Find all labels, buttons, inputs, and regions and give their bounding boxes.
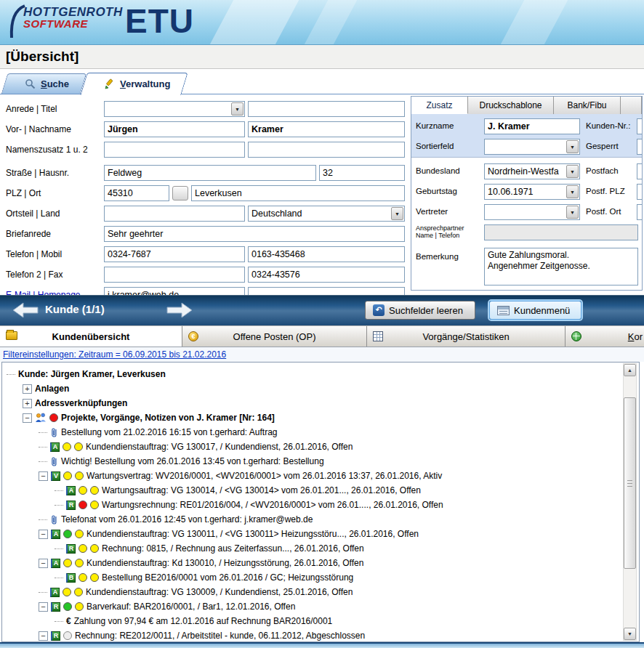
tree-item[interactable]: €Zahlung von 97,94 € am 12.01.2016 auf R…	[2, 614, 623, 628]
bemerkung-textarea[interactable]: Gute Zahlungsmoral. Angenehmer Zeitgenos…	[484, 248, 638, 285]
tree-item[interactable]: −VWartungsvertrag: WV2016/0001, <WV2016/…	[2, 469, 623, 483]
tree-expander-plus[interactable]: +	[23, 384, 32, 394]
tree-item[interactable]: −Projekte, Vorgänge, Notizen von J. Kram…	[2, 410, 623, 425]
kurzname-input[interactable]: J. Kramer	[484, 118, 580, 134]
strasse-input[interactable]: Feldweg	[104, 165, 316, 181]
customer-menu-button[interactable]: Kundenmenü	[489, 301, 581, 320]
tab-vorgaenge-statistiken[interactable]: Vorgänge/Statistiken	[367, 326, 565, 347]
tree-connector	[7, 374, 15, 375]
kundennr-input[interactable]	[637, 118, 642, 134]
sortierfeld-select[interactable]: ▼	[484, 139, 580, 155]
bundesland-select[interactable]: Nordrhein-Westfa▼	[484, 163, 580, 179]
tree-expander-minus[interactable]: −	[39, 559, 48, 568]
brand-name-bottom: SOFTWARE	[23, 18, 123, 29]
tree-item[interactable]: RWartungsrechnung: RE01/2016/004, / <WV2…	[2, 498, 623, 512]
tab-korrespondenz[interactable]: Kor	[565, 326, 644, 347]
folder-icon	[6, 331, 17, 340]
status-circle-yellow	[90, 573, 99, 582]
next-record-arrow[interactable]	[166, 301, 193, 319]
anrede-select[interactable]: ▼	[104, 101, 245, 117]
postf-plz-input[interactable]	[637, 184, 642, 200]
gesperrt-label: Gesperrt	[586, 142, 619, 150]
tab-partial[interactable]	[621, 97, 642, 114]
ansprechpartner-label: Ansprechpartner Name | Telefon	[416, 224, 464, 240]
dropdown-arrow-icon[interactable]: ▼	[566, 140, 579, 153]
tree-item[interactable]: Bestellung vom 21.02.2016 16:15 von t.ge…	[2, 425, 623, 440]
postf-ort-label: Postf. Ort	[586, 207, 621, 216]
vertical-scrollbar[interactable]: ▲ ▼	[623, 363, 637, 641]
anrede-titel-label: Anrede | Titel	[6, 104, 102, 114]
scroll-down-button[interactable]: ▼	[624, 628, 636, 640]
tree-item[interactable]: −RBarverkauf: BAR2016/0001, / Bar1, 12.0…	[2, 599, 623, 614]
previous-record-arrow[interactable]	[12, 301, 39, 319]
filter-settings-link[interactable]: Filtereinstellungen: Zeitraum = 06.09.20…	[3, 349, 226, 360]
tree-expander-minus[interactable]: −	[39, 530, 48, 539]
namenszusatz1-input[interactable]	[104, 142, 245, 158]
scrollbar-thumb[interactable]	[624, 397, 636, 569]
tree-expander-minus[interactable]: −	[23, 413, 32, 423]
geburtstag-select[interactable]: 10.06.1971▼	[484, 184, 580, 200]
dropdown-arrow-icon[interactable]: ▼	[566, 185, 579, 198]
tree-item-label: Wichtig! Bestellung vom 26.01.2016 13:45…	[61, 456, 324, 466]
postfach-input[interactable]	[637, 163, 642, 179]
tree-item[interactable]: RRechnung: 0815, / Rechnung aus Zeiterfa…	[2, 541, 623, 556]
nachname-input[interactable]: Kramer	[248, 121, 405, 137]
tree-item[interactable]: +Adressverknüpfungen	[2, 396, 623, 410]
titel-input[interactable]	[248, 101, 405, 117]
dropdown-arrow-icon[interactable]: ▼	[391, 207, 403, 220]
tab-zusatz[interactable]: Zusatz	[411, 97, 468, 114]
header-streak	[195, 0, 307, 45]
tree-item[interactable]: AWartungsauftrag: VG 130014, / <VG 13001…	[2, 483, 623, 498]
tree-expander-minus[interactable]: −	[39, 631, 48, 641]
postf-ort-input[interactable]	[637, 204, 642, 220]
doc-A-icon: A	[51, 530, 60, 539]
tree-item-label: Kundendienstauftrag: VG 130009, / Kunden…	[86, 587, 353, 597]
tree-expander-plus[interactable]: +	[23, 399, 32, 408]
tab-verwaltung[interactable]: Verwaltung	[84, 73, 185, 95]
tab-druckschablone[interactable]: Druckschablone	[468, 97, 554, 114]
dropdown-arrow-icon[interactable]: ▼	[566, 165, 579, 178]
ort-input[interactable]: Leverkusen	[191, 185, 405, 201]
tab-suche[interactable]: Suche	[4, 73, 84, 94]
ansprechpartner-input	[484, 224, 638, 240]
plz-lookup-button[interactable]	[172, 186, 188, 201]
mobil-input[interactable]: 0163-435468	[248, 246, 405, 262]
fax-input[interactable]: 0324-43576	[248, 267, 405, 283]
gesperrt-checkbox[interactable]	[637, 139, 642, 155]
dropdown-arrow-icon[interactable]: ▼	[566, 206, 579, 219]
tree-item[interactable]: AKundendienstauftrag: VG 130009, / Kunde…	[2, 585, 623, 599]
tree-expander-minus[interactable]: −	[39, 602, 48, 612]
briefanrede-input[interactable]: Sehr geehrter	[104, 226, 405, 242]
tree-item[interactable]: Wichtig! Bestellung vom 26.01.2016 13:45…	[2, 454, 623, 469]
vorname-input[interactable]: Jürgen	[104, 121, 245, 137]
tree-item[interactable]: Telefonat vom 26.01.2016 12:45 von t.ger…	[2, 512, 623, 527]
tree-item[interactable]: BBestellung BE2016/0001 vom 26.01.2016 /…	[2, 570, 623, 585]
doc-R-icon: R	[51, 631, 60, 641]
tree-item[interactable]: −AKundendienstauftrag: VG 130011, / <VG …	[2, 527, 623, 541]
app-header: HOTTGENROTH SOFTWARE ETU	[0, 0, 644, 45]
hausnr-input[interactable]: 32	[319, 165, 405, 181]
telefon2-input[interactable]	[104, 267, 245, 283]
ortsteil-input[interactable]	[104, 206, 245, 222]
telefon-input[interactable]: 0324-7687	[104, 246, 245, 262]
dropdown-arrow-icon[interactable]: ▼	[231, 102, 243, 116]
tree-item[interactable]: AKundendienstauftrag: VG 130017, / Kunde…	[2, 440, 623, 454]
scroll-up-button[interactable]: ▲	[624, 364, 636, 376]
namenszusatz2-input[interactable]	[248, 142, 405, 158]
tree-item[interactable]: +Anlagen	[2, 381, 623, 396]
tab-offene-posten[interactable]: € Offene Posten (OP)	[182, 326, 367, 347]
vertreter-select[interactable]: ▼	[484, 204, 580, 220]
tab-bank-fibu[interactable]: Bank/Fibu	[554, 97, 621, 114]
clear-search-fields-button[interactable]: ↶ Suchfelder leeren	[365, 301, 475, 320]
status-circle-red	[49, 413, 58, 422]
land-select[interactable]: Deutschland▼	[248, 206, 405, 222]
tab-kundenuebersicht[interactable]: Kundenübersicht	[0, 326, 182, 347]
logo-swoosh-icon	[7, 4, 29, 41]
tree-item[interactable]: Kunde: Jürgen Kramer, Leverkusen	[2, 367, 623, 381]
tree-item[interactable]: −RRechnung: RE2012/0011, / Arbeitstitel …	[2, 628, 623, 642]
customer-form: Anrede | Titel ▼ Vor- | Nachname Jürgen …	[0, 94, 644, 295]
tree-expander-minus[interactable]: −	[39, 471, 48, 481]
plz-input[interactable]: 45310	[104, 185, 169, 201]
status-circle-yellow	[90, 544, 99, 553]
tree-item[interactable]: −AKundendienstauftrag: Kd 130010, / Heiz…	[2, 556, 623, 570]
